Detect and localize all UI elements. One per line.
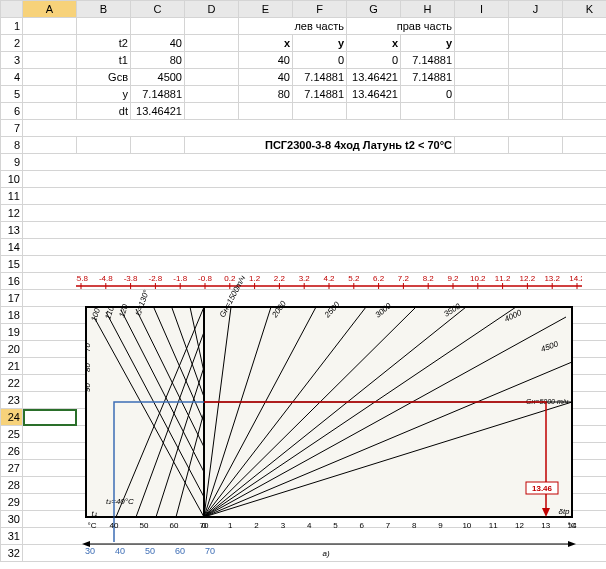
row-2[interactable]: 2 xyxy=(1,35,23,52)
prav-x-hdr: x xyxy=(347,35,401,52)
callout: 13.46 xyxy=(532,484,553,493)
value-y[interactable]: 7.14881 xyxy=(131,86,185,103)
label-Gsv: Gсв xyxy=(77,69,131,86)
col-G[interactable]: G xyxy=(347,1,401,18)
col-header-row: A B C D E F G H I J K xyxy=(1,1,607,18)
col-E[interactable]: E xyxy=(239,1,293,18)
row-4[interactable]: 4 xyxy=(1,69,23,86)
svg-text:9.2: 9.2 xyxy=(447,274,459,283)
svg-text:7: 7 xyxy=(386,521,391,530)
svg-text:40: 40 xyxy=(115,546,125,556)
svg-text:6: 6 xyxy=(359,521,364,530)
col-H[interactable]: H xyxy=(401,1,455,18)
svg-text:4: 4 xyxy=(307,521,312,530)
prav-2-x[interactable]: 13.46421 xyxy=(347,86,401,103)
svg-text:-0.8: -0.8 xyxy=(198,274,212,283)
svg-text:°C: °C xyxy=(568,521,577,530)
row-29[interactable]: 29 xyxy=(1,494,23,511)
row-14[interactable]: 14 xyxy=(1,239,23,256)
svg-text:10: 10 xyxy=(462,521,471,530)
lev-2-y[interactable]: 7.14881 xyxy=(293,86,347,103)
col-K[interactable]: K xyxy=(563,1,607,18)
value-dt[interactable]: 13.46421 xyxy=(131,103,185,120)
lev-x-hdr: x xyxy=(239,35,293,52)
svg-text:4.2: 4.2 xyxy=(323,274,335,283)
lev-1-y[interactable]: 7.14881 xyxy=(293,69,347,86)
lev-0-x[interactable]: 40 xyxy=(239,52,293,69)
lev-0-y[interactable]: 0 xyxy=(293,52,347,69)
row-3[interactable]: 3 xyxy=(1,52,23,69)
row-19[interactable]: 19 xyxy=(1,324,23,341)
row-21[interactable]: 21 xyxy=(1,358,23,375)
lev-2-x[interactable]: 80 xyxy=(239,86,293,103)
row-16[interactable]: 16 xyxy=(1,273,23,290)
input-t1[interactable]: 80 xyxy=(131,52,185,69)
row-11[interactable]: 11 xyxy=(1,188,23,205)
col-C[interactable]: C xyxy=(131,1,185,18)
label-y: y xyxy=(77,86,131,103)
corner[interactable] xyxy=(1,1,23,18)
label-t1: t1 xyxy=(77,52,131,69)
svg-text:5.2: 5.2 xyxy=(348,274,360,283)
prav-header: прав часть xyxy=(347,18,455,35)
prav-y-hdr: y xyxy=(401,35,455,52)
svg-text:t₁: t₁ xyxy=(91,509,96,518)
row-1[interactable]: 1 xyxy=(1,18,23,35)
row-32[interactable]: 32 xyxy=(1,545,23,562)
col-J[interactable]: J xyxy=(509,1,563,18)
svg-text:70: 70 xyxy=(83,343,92,352)
prav-1-y[interactable]: 7.14881 xyxy=(401,69,455,86)
svg-text:13.2: 13.2 xyxy=(544,274,560,283)
row-7[interactable]: 7 xyxy=(1,120,23,137)
row-25[interactable]: 25 xyxy=(1,426,23,443)
svg-text:12.2: 12.2 xyxy=(520,274,536,283)
input-Gsv[interactable]: 4500 xyxy=(131,69,185,86)
row-22[interactable]: 22 xyxy=(1,375,23,392)
svg-text:90: 90 xyxy=(83,383,92,392)
svg-text:δtр: δtр xyxy=(558,507,570,516)
row-10[interactable]: 10 xyxy=(1,171,23,188)
row-30[interactable]: 30 xyxy=(1,511,23,528)
row-28[interactable]: 28 xyxy=(1,477,23,494)
svg-text:5: 5 xyxy=(333,521,338,530)
svg-text:-2.8: -2.8 xyxy=(149,274,163,283)
svg-text:14.2: 14.2 xyxy=(569,274,582,283)
svg-text:8: 8 xyxy=(412,521,417,530)
lev-1-x[interactable]: 40 xyxy=(239,69,293,86)
svg-text:-3.8: -3.8 xyxy=(124,274,138,283)
row-8[interactable]: 8 xyxy=(1,137,23,154)
col-I[interactable]: I xyxy=(455,1,509,18)
input-t2[interactable]: 40 xyxy=(131,35,185,52)
svg-text:7.2: 7.2 xyxy=(398,274,410,283)
row-12[interactable]: 12 xyxy=(1,205,23,222)
col-B[interactable]: B xyxy=(77,1,131,18)
svg-text:60: 60 xyxy=(170,521,179,530)
col-D[interactable]: D xyxy=(185,1,239,18)
row-24[interactable]: 24 xyxy=(1,409,23,426)
row-20[interactable]: 20 xyxy=(1,341,23,358)
prav-1-x[interactable]: 13.46421 xyxy=(347,69,401,86)
svg-text:8.2: 8.2 xyxy=(423,274,435,283)
active-cell[interactable] xyxy=(23,409,77,426)
row-17[interactable]: 17 xyxy=(1,290,23,307)
row-18[interactable]: 18 xyxy=(1,307,23,324)
prav-2-y[interactable]: 0 xyxy=(401,86,455,103)
row-31[interactable]: 31 xyxy=(1,528,23,545)
svg-text:0: 0 xyxy=(202,521,207,530)
row-26[interactable]: 26 xyxy=(1,443,23,460)
lev-y-hdr: y xyxy=(293,35,347,52)
row-15[interactable]: 15 xyxy=(1,256,23,273)
col-A[interactable]: A xyxy=(23,1,77,18)
row-6[interactable]: 6 xyxy=(1,103,23,120)
label-dt: dt xyxy=(77,103,131,120)
prav-0-y[interactable]: 7.14881 xyxy=(401,52,455,69)
col-F[interactable]: F xyxy=(293,1,347,18)
row-27[interactable]: 27 xyxy=(1,460,23,477)
svg-text:50: 50 xyxy=(145,546,155,556)
row-5[interactable]: 5 xyxy=(1,86,23,103)
prav-0-x[interactable]: 0 xyxy=(347,52,401,69)
row-13[interactable]: 13 xyxy=(1,222,23,239)
row-9[interactable]: 9 xyxy=(1,154,23,171)
row-23[interactable]: 23 xyxy=(1,392,23,409)
svg-text:1.2: 1.2 xyxy=(249,274,261,283)
